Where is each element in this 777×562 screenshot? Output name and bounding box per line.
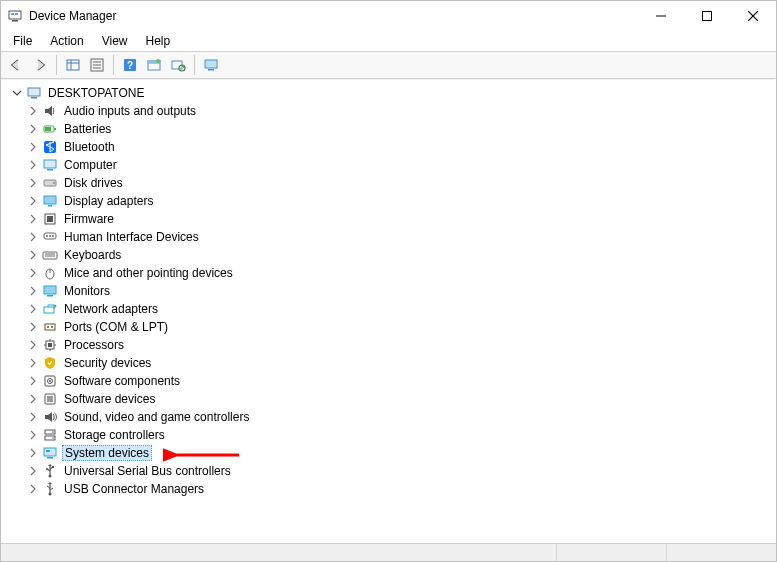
tree-item-label: Ports (COM & LPT) bbox=[62, 320, 170, 334]
tree-item-label: Display adapters bbox=[62, 194, 155, 208]
devices-by-type-button[interactable] bbox=[200, 54, 222, 76]
svg-rect-24 bbox=[28, 88, 40, 96]
tree-item-label: Universal Serial Bus controllers bbox=[62, 464, 233, 478]
firmware-icon bbox=[42, 211, 58, 227]
tree-item-label: Computer bbox=[62, 158, 119, 172]
tree-item[interactable]: System devices bbox=[6, 444, 771, 462]
tree-item-label: System devices bbox=[62, 445, 152, 461]
svg-point-50 bbox=[54, 305, 57, 308]
svg-rect-49 bbox=[44, 307, 54, 313]
chevron-right-icon[interactable] bbox=[26, 104, 40, 118]
chevron-right-icon[interactable] bbox=[26, 338, 40, 352]
chevron-right-icon[interactable] bbox=[26, 122, 40, 136]
chevron-right-icon[interactable] bbox=[26, 356, 40, 370]
help-button[interactable]: ? bbox=[119, 54, 141, 76]
tree-item[interactable]: Software components bbox=[6, 372, 771, 390]
tree-item-label: Software components bbox=[62, 374, 182, 388]
tree-item-label: Processors bbox=[62, 338, 126, 352]
mouse-icon bbox=[42, 265, 58, 281]
chevron-right-icon[interactable] bbox=[26, 374, 40, 388]
menu-help[interactable]: Help bbox=[138, 33, 179, 49]
chevron-right-icon[interactable] bbox=[26, 428, 40, 442]
properties-button[interactable] bbox=[86, 54, 108, 76]
back-button[interactable] bbox=[5, 54, 27, 76]
svg-point-39 bbox=[46, 235, 48, 237]
tree-item[interactable]: Display adapters bbox=[6, 192, 771, 210]
tree-item[interactable]: Bluetooth bbox=[6, 138, 771, 156]
tree-item[interactable]: Security devices bbox=[6, 354, 771, 372]
svg-rect-30 bbox=[44, 160, 56, 168]
svg-rect-8 bbox=[67, 60, 79, 70]
svg-point-40 bbox=[49, 235, 51, 237]
chevron-right-icon[interactable] bbox=[26, 446, 40, 460]
chevron-right-icon[interactable] bbox=[26, 464, 40, 478]
computer-root-icon bbox=[26, 85, 42, 101]
maximize-button[interactable] bbox=[684, 1, 730, 31]
svg-rect-27 bbox=[45, 127, 51, 131]
keyboard-icon bbox=[42, 247, 58, 263]
chevron-right-icon[interactable] bbox=[26, 248, 40, 262]
svg-rect-2 bbox=[15, 13, 18, 15]
chevron-right-icon[interactable] bbox=[26, 158, 40, 172]
chevron-right-icon[interactable] bbox=[26, 194, 40, 208]
chevron-right-icon[interactable] bbox=[26, 410, 40, 424]
tree-item[interactable]: Ports (COM & LPT) bbox=[6, 318, 771, 336]
tree-item[interactable]: Disk drives bbox=[6, 174, 771, 192]
tree-item-label: Firmware bbox=[62, 212, 116, 226]
tree-item[interactable]: Computer bbox=[6, 156, 771, 174]
tree-item[interactable]: Universal Serial Bus controllers bbox=[6, 462, 771, 480]
softdev-icon bbox=[42, 391, 58, 407]
chevron-right-icon[interactable] bbox=[26, 140, 40, 154]
tree-item[interactable]: Keyboards bbox=[6, 246, 771, 264]
chevron-right-icon[interactable] bbox=[26, 212, 40, 226]
battery-icon bbox=[42, 121, 58, 137]
tree-item[interactable]: Software devices bbox=[6, 390, 771, 408]
svg-rect-3 bbox=[12, 20, 18, 22]
minimize-button[interactable] bbox=[638, 1, 684, 31]
chevron-right-icon[interactable] bbox=[26, 302, 40, 316]
tree-item[interactable]: Processors bbox=[6, 336, 771, 354]
menubar: File Action View Help bbox=[1, 31, 776, 51]
svg-text:?: ? bbox=[127, 60, 133, 71]
tree-item[interactable]: Firmware bbox=[6, 210, 771, 228]
chevron-right-icon[interactable] bbox=[26, 266, 40, 280]
svg-rect-55 bbox=[48, 343, 52, 347]
bluetooth-icon bbox=[42, 139, 58, 155]
tree-view[interactable]: DESKTOPATONE Audio inputs and outputsBat… bbox=[2, 79, 775, 543]
menu-action[interactable]: Action bbox=[42, 33, 91, 49]
update-driver-button[interactable] bbox=[143, 54, 165, 76]
svg-rect-48 bbox=[47, 295, 53, 297]
chevron-right-icon[interactable] bbox=[26, 176, 40, 190]
tree-root[interactable]: DESKTOPATONE bbox=[6, 84, 771, 102]
chevron-right-icon[interactable] bbox=[26, 320, 40, 334]
svg-rect-75 bbox=[52, 466, 54, 468]
tree-item[interactable]: Batteries bbox=[6, 120, 771, 138]
close-button[interactable] bbox=[730, 1, 776, 31]
forward-button[interactable] bbox=[29, 54, 51, 76]
tree-item-label: Keyboards bbox=[62, 248, 123, 262]
tree-item[interactable]: Mice and other pointing devices bbox=[6, 264, 771, 282]
computer-icon bbox=[42, 157, 58, 173]
svg-point-41 bbox=[52, 235, 54, 237]
show-hidden-button[interactable] bbox=[62, 54, 84, 76]
chevron-right-icon[interactable] bbox=[26, 284, 40, 298]
hid-icon bbox=[42, 229, 58, 245]
scan-hardware-button[interactable] bbox=[167, 54, 189, 76]
svg-rect-17 bbox=[148, 63, 160, 70]
chevron-right-icon[interactable] bbox=[26, 230, 40, 244]
toolbar: ? bbox=[1, 51, 776, 79]
tree-item[interactable]: Monitors bbox=[6, 282, 771, 300]
chevron-right-icon[interactable] bbox=[26, 392, 40, 406]
chevron-down-icon[interactable] bbox=[10, 86, 24, 100]
tree-item[interactable]: Human Interface Devices bbox=[6, 228, 771, 246]
tree-item[interactable]: Audio inputs and outputs bbox=[6, 102, 771, 120]
tree-item[interactable]: Sound, video and game controllers bbox=[6, 408, 771, 426]
tree-item[interactable]: Network adapters bbox=[6, 300, 771, 318]
tree-item[interactable]: Storage controllers bbox=[6, 426, 771, 444]
svg-rect-23 bbox=[208, 69, 214, 71]
tree-item[interactable]: USB Connector Managers bbox=[6, 480, 771, 498]
svg-point-67 bbox=[52, 431, 54, 433]
menu-view[interactable]: View bbox=[94, 33, 136, 49]
chevron-right-icon[interactable] bbox=[26, 482, 40, 496]
menu-file[interactable]: File bbox=[5, 33, 40, 49]
